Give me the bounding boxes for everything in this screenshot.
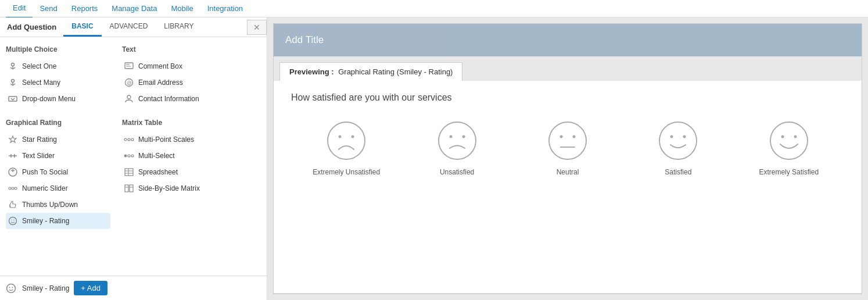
svg-point-56 bbox=[670, 135, 673, 138]
satisfied-label: Satisfied bbox=[665, 168, 691, 176]
add-question-title: Add Question bbox=[0, 18, 63, 36]
tab-advanced[interactable]: ADVANCED bbox=[102, 17, 156, 37]
dropdown-icon bbox=[7, 93, 19, 105]
nav-send[interactable]: Send bbox=[33, 0, 64, 17]
select-many-label: Select Many bbox=[22, 78, 60, 87]
spreadsheet-icon bbox=[123, 166, 135, 178]
nav-mobile[interactable]: Mobile bbox=[164, 0, 200, 17]
dropdown-label: Drop-down Menu bbox=[22, 95, 76, 103]
spreadsheet-label: Spreadsheet bbox=[138, 168, 178, 176]
smiley-row: Extremely Unsatisfied Unsatisfied bbox=[291, 120, 844, 176]
question-area: How satisfied are you with our services … bbox=[274, 81, 862, 293]
text-section-title: Text bbox=[122, 45, 238, 53]
menu-push-to-social[interactable]: Push To Social bbox=[6, 164, 110, 180]
numeric-icon bbox=[7, 183, 19, 194]
selected-smiley-icon bbox=[6, 283, 16, 294]
select-one-label: Select One bbox=[22, 62, 56, 70]
matrix-section-title: Matrix Table bbox=[122, 119, 238, 127]
menu-dropdown[interactable]: Drop-down Menu bbox=[6, 91, 110, 107]
svg-point-48 bbox=[439, 122, 476, 159]
radio-icon bbox=[7, 60, 19, 72]
comment-box-label: Comment Box bbox=[138, 62, 182, 70]
tab-library[interactable]: LIBRARY bbox=[156, 17, 202, 37]
multiselect-icon bbox=[123, 150, 135, 162]
svg-point-52 bbox=[559, 135, 562, 138]
sidebyside-label: Side-By-Side Matrix bbox=[138, 184, 200, 192]
comment-icon bbox=[123, 60, 135, 72]
svg-point-45 bbox=[328, 122, 365, 159]
survey-title-bar: Add Title bbox=[274, 24, 862, 56]
svg-point-4 bbox=[12, 80, 15, 83]
menu-select-one[interactable]: Select One bbox=[6, 58, 110, 74]
main-layout: Add Question BASIC ADVANCED LIBRARY ✕ Mu… bbox=[0, 17, 868, 300]
multiple-choice-title: Multiple Choice bbox=[6, 45, 110, 53]
menu-smiley-rating[interactable]: Smiley - Rating bbox=[6, 213, 110, 229]
left-panel-header: Add Question BASIC ADVANCED LIBRARY ✕ bbox=[0, 17, 267, 37]
svg-point-16 bbox=[12, 187, 14, 190]
menu-contact[interactable]: Contact Information bbox=[122, 91, 238, 107]
menu-multipoint[interactable]: Multi-Point Scales bbox=[122, 131, 238, 148]
svg-point-50 bbox=[462, 135, 465, 138]
menu-spreadsheet[interactable]: Spreadsheet bbox=[122, 164, 238, 180]
graphical-rating-title: Graphical Rating bbox=[6, 119, 110, 127]
add-button[interactable]: + Add bbox=[74, 281, 107, 295]
svg-point-15 bbox=[9, 187, 11, 190]
nav-integration[interactable]: Integration bbox=[200, 0, 250, 17]
menu-thumbs[interactable]: Thumbs Up/Down bbox=[6, 197, 110, 213]
svg-rect-39 bbox=[130, 185, 133, 192]
multipoint-icon bbox=[123, 134, 135, 145]
survey-title: Add Title bbox=[285, 34, 324, 45]
left-column: Multiple Choice Select One Select Many bbox=[0, 43, 116, 270]
menu-star-rating[interactable]: Star Rating bbox=[6, 131, 110, 148]
svg-point-49 bbox=[449, 135, 452, 138]
svg-point-44 bbox=[12, 287, 13, 288]
svg-point-58 bbox=[770, 122, 808, 159]
nav-edit[interactable]: Edit bbox=[6, 0, 33, 18]
smiley-item-very-satisfied[interactable]: Extremely Satisfied bbox=[754, 120, 824, 176]
close-icon[interactable]: ✕ bbox=[247, 20, 267, 35]
star-rating-label: Star Rating bbox=[22, 135, 57, 144]
svg-point-17 bbox=[15, 187, 17, 190]
svg-point-47 bbox=[351, 135, 354, 138]
menu-email[interactable]: @ Email Address bbox=[122, 74, 238, 91]
left-panel: Add Question BASIC ADVANCED LIBRARY ✕ Mu… bbox=[0, 17, 267, 300]
slider-icon bbox=[7, 150, 19, 162]
svg-point-19 bbox=[9, 217, 17, 225]
previewing-value: Graphical Rating (Smiley - Rating) bbox=[338, 67, 453, 76]
numeric-slider-label: Numeric Slider bbox=[22, 184, 68, 192]
very-sad-face bbox=[326, 120, 367, 161]
nav-reports[interactable]: Reports bbox=[64, 0, 105, 17]
left-panel-content: Multiple Choice Select One Select Many bbox=[0, 37, 267, 276]
right-panel: Add Title Previewing : Graphical Rating … bbox=[267, 17, 868, 300]
previewing-label: Previewing : bbox=[289, 67, 334, 76]
svg-point-20 bbox=[11, 220, 12, 221]
svg-marker-9 bbox=[9, 136, 16, 142]
smiley-rating-label: Smiley - Rating bbox=[22, 217, 69, 225]
nav-manage-data[interactable]: Manage Data bbox=[105, 0, 164, 17]
smiley-item-very-unsatisfied[interactable]: Extremely Unsatisfied bbox=[311, 120, 381, 176]
menu-text-slider[interactable]: Text Slider bbox=[6, 148, 110, 164]
svg-point-31 bbox=[124, 155, 127, 157]
menu-numeric-slider[interactable]: Numeric Slider bbox=[6, 180, 110, 197]
smiley-item-satisfied[interactable]: Satisfied bbox=[643, 120, 713, 176]
svg-point-60 bbox=[794, 135, 797, 138]
menu-comment-box[interactable]: Comment Box bbox=[122, 58, 238, 74]
smiley-icon bbox=[7, 215, 19, 227]
svg-point-59 bbox=[781, 135, 784, 138]
smiley-item-unsatisfied[interactable]: Unsatisfied bbox=[422, 120, 492, 176]
email-icon: @ bbox=[123, 77, 135, 88]
tab-basic[interactable]: BASIC bbox=[63, 17, 101, 37]
happy-face bbox=[658, 120, 698, 161]
menu-multiselect[interactable]: Multi-Select bbox=[122, 148, 238, 164]
svg-point-27 bbox=[127, 95, 131, 99]
svg-point-33 bbox=[131, 155, 134, 157]
menu-sidebyside[interactable]: Side-By-Side Matrix bbox=[122, 180, 238, 197]
svg-point-51 bbox=[549, 122, 586, 159]
top-nav: Edit Send Reports Manage Data Mobile Int… bbox=[0, 0, 868, 17]
very-unsatisfied-label: Extremely Unsatisfied bbox=[313, 168, 380, 176]
smiley-item-neutral[interactable]: Neutral bbox=[533, 120, 602, 176]
menu-select-many[interactable]: Select Many bbox=[6, 74, 110, 91]
neutral-face bbox=[547, 120, 588, 161]
push-to-social-label: Push To Social bbox=[22, 168, 68, 176]
multipoint-label: Multi-Point Scales bbox=[138, 135, 194, 144]
